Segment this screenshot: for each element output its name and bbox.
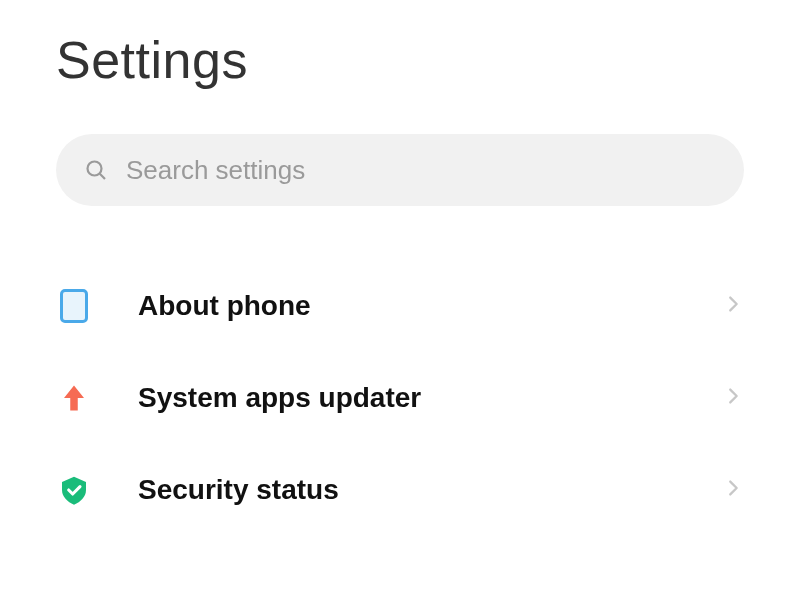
settings-item-about-phone[interactable]: About phone bbox=[56, 260, 744, 352]
chevron-right-icon bbox=[722, 385, 744, 411]
settings-item-security-status[interactable]: Security status bbox=[56, 444, 744, 536]
settings-item-system-apps-updater[interactable]: System apps updater bbox=[56, 352, 744, 444]
chevron-right-icon bbox=[722, 477, 744, 503]
phone-outline-icon bbox=[56, 288, 92, 324]
search-input[interactable] bbox=[126, 155, 716, 186]
page-title: Settings bbox=[56, 30, 744, 90]
shield-check-icon bbox=[56, 472, 92, 508]
arrow-up-icon bbox=[56, 380, 92, 416]
svg-line-1 bbox=[100, 174, 105, 179]
chevron-right-icon bbox=[722, 293, 744, 319]
svg-point-0 bbox=[88, 162, 102, 176]
settings-item-label: Security status bbox=[138, 474, 722, 506]
settings-item-label: About phone bbox=[138, 290, 722, 322]
search-icon bbox=[84, 158, 108, 182]
settings-list: About phone System apps updater bbox=[56, 260, 744, 536]
settings-item-label: System apps updater bbox=[138, 382, 722, 414]
search-bar[interactable] bbox=[56, 134, 744, 206]
